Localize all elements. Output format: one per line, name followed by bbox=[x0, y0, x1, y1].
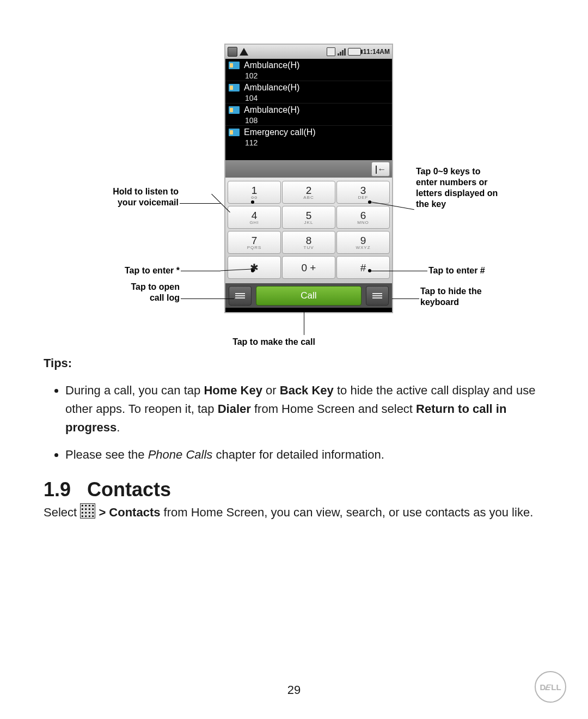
sim-card-icon bbox=[229, 62, 240, 69]
page-number: 29 bbox=[0, 683, 588, 697]
contact-name: Ambulance(H) bbox=[244, 60, 299, 71]
phone-mock: 11:14AM Ambulance(H) 102 Ambulance(H) 1 bbox=[224, 44, 393, 313]
annotated-phone-figure: 11:14AM Ambulance(H) 102 Ambulance(H) 1 bbox=[44, 44, 544, 354]
sim-card-icon bbox=[229, 106, 240, 114]
make-call-callout: Tap to make the call bbox=[206, 337, 342, 348]
status-icon bbox=[327, 47, 335, 56]
keyboard-hide-icon bbox=[372, 292, 382, 300]
status-time: 11:14AM bbox=[363, 48, 390, 56]
enter-hash-callout: Tap to enter # bbox=[428, 265, 537, 276]
key-8[interactable]: 8TUV bbox=[282, 231, 335, 254]
key-7[interactable]: 7PQRS bbox=[228, 231, 281, 254]
call-log-button[interactable] bbox=[229, 286, 252, 306]
key-4[interactable]: 4GHI bbox=[228, 206, 281, 229]
battery-icon bbox=[348, 48, 361, 56]
key-hash[interactable]: # bbox=[336, 256, 390, 279]
contact-name: Ambulance(H) bbox=[244, 105, 299, 115]
contact-number: 102 bbox=[244, 71, 299, 81]
sim-card-icon bbox=[229, 129, 240, 136]
section-heading: 1.9 Contacts bbox=[44, 480, 544, 499]
key-3[interactable]: 3DEF bbox=[336, 181, 390, 204]
contact-item[interactable]: Emergency call(H) 112 bbox=[225, 125, 392, 148]
contact-name: Ambulance(H) bbox=[244, 82, 299, 93]
voicemail-callout: Hold to listen toyour voicemail bbox=[53, 186, 179, 208]
tips-heading: Tips: bbox=[44, 354, 544, 373]
key-9[interactable]: 9WXYZ bbox=[336, 231, 390, 254]
key-6[interactable]: 6MNO bbox=[336, 206, 390, 229]
key-5[interactable]: 5JKL bbox=[282, 206, 335, 229]
key-1[interactable]: 1ᴑᴑ bbox=[228, 181, 281, 204]
warning-icon bbox=[240, 48, 248, 56]
tip-item: During a call, you can tap Home Key or B… bbox=[65, 381, 544, 437]
numkeys-callout: Tap 0~9 keys toenter numbers orletters d… bbox=[416, 166, 536, 210]
backspace-button[interactable]: |← bbox=[371, 162, 390, 176]
key-0[interactable]: 0 + bbox=[282, 256, 335, 279]
app-grid-icon bbox=[80, 503, 95, 519]
tip-item: Please see the Phone Calls chapter for d… bbox=[65, 446, 544, 464]
tips-list: During a call, you can tap Home Key or B… bbox=[44, 381, 544, 464]
hide-keyboard-button[interactable] bbox=[366, 286, 389, 306]
section-title: Contacts bbox=[87, 480, 171, 499]
input-bar: |← bbox=[225, 160, 392, 178]
call-log-callout: Tap to opencall log bbox=[82, 282, 180, 303]
status-bar: 11:14AM bbox=[225, 45, 392, 59]
signal-icon bbox=[338, 48, 346, 56]
contact-number: 112 bbox=[244, 138, 316, 148]
contact-list: Ambulance(H) 102 Ambulance(H) 104 Ambula… bbox=[225, 59, 392, 160]
dialer-bottom-bar: Call bbox=[225, 283, 392, 308]
hide-keyboard-callout: Tap to hide thekeyboard bbox=[420, 286, 529, 308]
contact-name: Emergency call(H) bbox=[244, 127, 316, 138]
contact-item[interactable]: Ambulance(H) 108 bbox=[225, 103, 392, 125]
call-button[interactable]: Call bbox=[256, 286, 362, 306]
sim-card-icon bbox=[229, 84, 240, 92]
dell-logo: DELL bbox=[535, 671, 566, 703]
list-icon bbox=[235, 292, 245, 300]
section-number: 1.9 bbox=[44, 480, 71, 499]
key-2[interactable]: 2ABC bbox=[282, 181, 335, 204]
enter-star-callout: Tap to enter * bbox=[82, 265, 180, 276]
contact-item[interactable]: Ambulance(H) 102 bbox=[225, 59, 392, 81]
sim-icon bbox=[228, 47, 237, 57]
section-body: Select > Contacts from Home Screen, you … bbox=[44, 503, 544, 522]
contact-number: 104 bbox=[244, 93, 299, 103]
contact-item[interactable]: Ambulance(H) 104 bbox=[225, 81, 392, 103]
contact-number: 108 bbox=[244, 115, 299, 125]
key-star[interactable]: ✱ bbox=[228, 256, 281, 279]
dial-keypad: 1ᴑᴑ 2ABC 3DEF 4GHI 5JKL 6MNO 7PQRS 8TUV … bbox=[225, 178, 392, 283]
